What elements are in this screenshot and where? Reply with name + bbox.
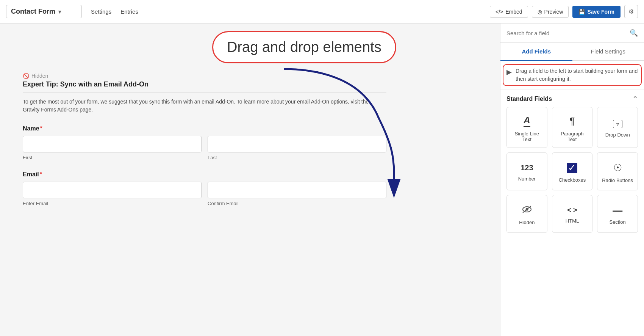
name-field-label: Name* — [23, 125, 386, 132]
name-last-col: Last — [208, 136, 386, 160]
expert-tip-divider — [23, 92, 386, 93]
email-field-group: Email* Enter Email Confirm Email — [23, 171, 386, 206]
nav-links: Settings Entries — [91, 8, 138, 15]
email-enter-col: Enter Email — [23, 182, 202, 206]
hint-container: ▶ Drag a field to the left to start buil… — [500, 61, 644, 89]
save-icon: 💾 — [578, 9, 585, 15]
collapse-icon[interactable]: ⌃ — [632, 95, 638, 103]
radio-buttons-icon: ☉ — [613, 162, 622, 174]
embed-button[interactable]: </> Embed — [490, 6, 528, 18]
preview-label: Preview — [544, 9, 563, 15]
search-bar: 🔍 — [500, 24, 644, 43]
field-card-html[interactable]: < > HTML — [552, 195, 593, 233]
name-first-label: First — [23, 155, 202, 160]
expert-tip-text: To get the most out of your form, we sug… — [23, 98, 386, 114]
email-enter-input[interactable] — [23, 182, 202, 198]
field-card-single-line-text[interactable]: A Single Line Text — [506, 107, 547, 148]
field-card-label-paragraph: Paragraph Text — [556, 131, 589, 142]
section-icon: — — [613, 206, 622, 215]
field-card-dropdown[interactable]: ▿ Drop Down — [597, 107, 638, 148]
field-card-section[interactable]: — Section — [597, 195, 638, 233]
form-title-dropdown[interactable]: Contact Form ▾ — [6, 5, 82, 18]
name-first-input[interactable] — [23, 136, 202, 152]
entries-nav-link[interactable]: Entries — [120, 8, 138, 15]
gear-icon: ⚙ — [628, 8, 634, 15]
embed-label: Embed — [505, 9, 522, 15]
chevron-down-icon: ▾ — [58, 9, 61, 15]
field-card-label-number: Number — [518, 176, 536, 182]
hint-text: Drag a field to the left to start buildi… — [516, 67, 638, 83]
html-icon: < > — [567, 206, 577, 214]
standard-fields-label: Standard Fields — [506, 96, 552, 102]
tab-field-settings[interactable]: Field Settings — [572, 43, 644, 61]
field-card-label-dropdown: Drop Down — [605, 132, 630, 138]
field-card-paragraph-text[interactable]: ¶ Paragraph Text — [552, 107, 593, 148]
right-panel: 🔍 Add Fields Field Settings ▶ Drag a fie… — [500, 24, 644, 336]
name-first-col: First — [23, 136, 202, 160]
checkboxes-icon: ✓ — [567, 163, 577, 173]
main-layout: Drag and drop elements 🚫 Hidden Expert T… — [0, 24, 644, 336]
standard-fields-header: Standard Fields ⌃ — [500, 89, 644, 107]
paragraph-text-icon: ¶ — [570, 115, 575, 127]
hidden-notice: 🚫 Hidden — [23, 73, 386, 79]
hidden-label: Hidden — [31, 73, 48, 79]
email-confirm-col: Confirm Email — [208, 182, 386, 206]
email-field-row: Enter Email Confirm Email — [23, 182, 386, 206]
embed-code-icon: </> — [496, 9, 503, 15]
hidden-eye-icon: 🚫 — [23, 73, 29, 79]
field-card-label-single-line: Single Line Text — [511, 131, 543, 142]
top-nav-right: </> Embed ◎ Preview 💾 Save Form ⚙ — [490, 5, 638, 18]
name-last-input[interactable] — [208, 136, 386, 152]
field-card-label-section: Section — [609, 219, 625, 225]
name-last-label: Last — [208, 155, 386, 160]
expert-tip-title: Expert Tip: Sync with an Email Add-On — [23, 80, 386, 88]
field-card-label-checkboxes: Checkboxes — [559, 177, 586, 183]
fields-grid: A Single Line Text ¶ Paragraph Text ▿ Dr… — [500, 107, 644, 239]
email-required-marker: * — [40, 171, 42, 177]
preview-icon: ◎ — [538, 9, 542, 15]
name-required-marker: * — [40, 125, 42, 132]
email-confirm-input[interactable] — [208, 182, 386, 198]
save-form-button[interactable]: 💾 Save Form — [572, 6, 621, 18]
hidden-field-icon — [522, 205, 532, 216]
name-field-group: Name* First Last — [23, 125, 386, 160]
dropdown-icon: ▿ — [613, 120, 622, 128]
panel-tabs: Add Fields Field Settings — [500, 43, 644, 61]
top-nav: Contact Form ▾ Settings Entries </> Embe… — [0, 0, 644, 24]
gear-settings-button[interactable]: ⚙ — [624, 5, 638, 18]
email-field-label: Email* — [23, 171, 386, 178]
field-card-label-hidden: Hidden — [519, 220, 535, 225]
settings-nav-link[interactable]: Settings — [91, 8, 111, 15]
form-content: 🚫 Hidden Expert Tip: Sync with an Email … — [0, 24, 409, 228]
name-field-row: First Last — [23, 136, 386, 160]
tab-add-fields[interactable]: Add Fields — [500, 43, 572, 61]
email-enter-label: Enter Email — [23, 201, 202, 206]
number-icon: 123 — [521, 163, 533, 172]
search-field-input[interactable] — [506, 30, 627, 36]
form-area: Drag and drop elements 🚫 Hidden Expert T… — [0, 24, 500, 336]
field-card-label-radio: Radio Buttons — [602, 177, 633, 183]
field-card-radio-buttons[interactable]: ☉ Radio Buttons — [597, 152, 638, 190]
preview-button[interactable]: ◎ Preview — [532, 6, 569, 18]
single-line-text-icon: A — [524, 115, 530, 127]
email-confirm-label: Confirm Email — [208, 201, 386, 206]
field-card-label-html: HTML — [566, 218, 579, 224]
cursor-icon: ▶ — [506, 68, 512, 76]
search-icon: 🔍 — [630, 29, 638, 37]
form-title-text: Contact Form — [11, 8, 55, 16]
save-label: Save Form — [587, 9, 614, 15]
field-card-number[interactable]: 123 Number — [506, 152, 547, 190]
field-card-hidden[interactable]: Hidden — [506, 195, 547, 233]
field-card-checkboxes[interactable]: ✓ Checkboxes — [552, 152, 593, 190]
